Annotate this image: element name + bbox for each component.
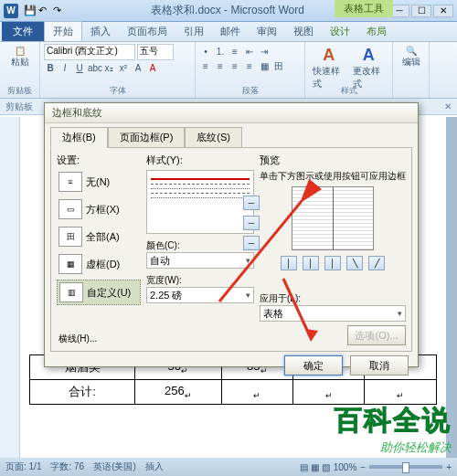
group-clipboard: 📋 粘贴 剪贴板 xyxy=(0,42,40,98)
apply-to-select[interactable]: 表格 xyxy=(260,305,406,322)
cancel-button[interactable]: 取消 xyxy=(350,355,409,376)
options-button: 选项(O)... xyxy=(347,325,406,345)
justify-icon[interactable]: ≡ xyxy=(243,60,256,73)
maximize-button[interactable]: ☐ xyxy=(411,5,431,17)
none-icon: ≡ xyxy=(58,172,82,192)
mid-h-border-button[interactable]: ─ xyxy=(243,216,260,230)
status-bar: 页面: 1/1 字数: 76 英语(美国) 插入 ▤ ▦ ▧ 100% − + xyxy=(0,458,457,476)
bullets-icon[interactable]: • xyxy=(199,46,212,58)
strike-icon[interactable]: abc xyxy=(88,62,101,75)
tab-references[interactable]: 引用 xyxy=(175,22,212,41)
title-bar: W 💾 ↶ ↷ 表格求和.docx - Microsoft Word 表格工具 … xyxy=(0,0,457,22)
tab-file[interactable]: 文件 xyxy=(2,22,44,41)
tab-insert[interactable]: 插入 xyxy=(82,22,119,41)
close-button[interactable]: ✕ xyxy=(433,5,453,17)
font-color-icon[interactable]: A xyxy=(146,62,159,75)
style-column: 样式(Y): 颜色(C): 自动 宽度(W): 2.25 磅 xyxy=(146,153,254,345)
align-center-icon[interactable]: ≡ xyxy=(214,60,227,73)
zoom-out-button[interactable]: − xyxy=(360,462,366,472)
font-name-select[interactable]: Calibri (西文正文) xyxy=(44,44,135,60)
close-pane-icon[interactable]: ✕ xyxy=(444,101,452,111)
preview-diagram[interactable] xyxy=(292,186,374,250)
width-select[interactable]: 2.25 磅 xyxy=(146,287,254,303)
status-insert[interactable]: 插入 xyxy=(145,460,164,473)
multilevel-icon[interactable]: ≡ xyxy=(228,46,241,58)
group-styles: A快速样式 A更改样式 样式 xyxy=(305,42,393,98)
group-editing: 🔍编辑 xyxy=(393,42,430,98)
zoom-slider[interactable] xyxy=(369,465,442,469)
word-app-icon: W xyxy=(4,4,18,18)
preview-box[interactable]: ─ ─ ─ │ │ │ ╲ ╱ xyxy=(260,186,406,287)
quick-access-toolbar[interactable]: 💾 ↶ ↷ xyxy=(24,5,66,17)
grid-icon: ▦ xyxy=(58,254,82,274)
indent-dec-icon[interactable]: ⇤ xyxy=(243,46,256,58)
table-row[interactable]: 合计: 256↵ ↵ ↵ ↵ xyxy=(30,380,437,405)
bottom-border-button[interactable]: ─ xyxy=(243,236,260,250)
tab-mailings[interactable]: 邮件 xyxy=(212,22,249,41)
tab-pagelayout[interactable]: 页面布局 xyxy=(119,22,175,41)
tab-page-border[interactable]: 页面边框(P) xyxy=(108,127,186,148)
vertical-ruler xyxy=(0,117,20,458)
indent-inc-icon[interactable]: ⇥ xyxy=(258,46,271,58)
diag2-border-button[interactable]: ╱ xyxy=(368,256,385,270)
setting-grid[interactable]: ▦虚框(D) xyxy=(57,252,141,276)
dialog-footer: 确定 取消 xyxy=(45,355,418,381)
dialog-body: 设置: ≡无(N) ▭方框(X) 田全部(A) ▦虚框(D) ▥自定义(U) 样… xyxy=(50,147,412,352)
view-buttons[interactable]: ▤ ▦ ▧ xyxy=(300,462,330,472)
tab-layout[interactable]: 布局 xyxy=(358,22,395,41)
all-icon: 田 xyxy=(58,227,82,247)
preview-column: 预览 单击下方图示或使用按钮可应用边框 ─ ─ ─ │ │ │ ╲ ╱ 应用于( xyxy=(260,153,406,345)
setting-custom[interactable]: ▥自定义(U) xyxy=(57,280,141,305)
tab-borders[interactable]: 边框(B) xyxy=(50,127,108,148)
status-words[interactable]: 字数: 76 xyxy=(50,460,84,473)
setting-none[interactable]: ≡无(N) xyxy=(57,170,141,194)
custom-icon: ▥ xyxy=(59,282,83,302)
group-font: Calibri (西文正文) 五号 B I U abc x₂ x² A A 字体 xyxy=(40,42,196,98)
top-border-button[interactable]: ─ xyxy=(243,196,260,210)
tab-shading[interactable]: 底纹(S) xyxy=(185,127,242,148)
tab-home[interactable]: 开始 xyxy=(44,21,82,41)
binoculars-icon: 🔍 xyxy=(406,46,417,56)
contextual-tab-label: 表格工具 xyxy=(335,0,393,17)
undo-icon[interactable]: ↶ xyxy=(38,5,51,17)
align-left-icon[interactable]: ≡ xyxy=(199,60,212,73)
underline-icon[interactable]: U xyxy=(73,62,86,75)
borders-shading-dialog: 边框和底纹 边框(B) 页面边框(P) 底纹(S) 设置: ≡无(N) ▭方框(… xyxy=(44,102,419,367)
status-language[interactable]: 英语(美国) xyxy=(93,460,136,473)
tab-review[interactable]: 审阅 xyxy=(249,22,285,41)
numbering-icon[interactable]: 1. xyxy=(214,46,227,58)
shading-icon[interactable]: ▦ xyxy=(258,60,271,73)
zoom-in-button[interactable]: + xyxy=(446,462,452,472)
tab-view[interactable]: 视图 xyxy=(285,22,322,41)
italic-icon[interactable]: I xyxy=(58,62,71,75)
setting-all[interactable]: 田全部(A) xyxy=(57,225,141,249)
save-icon[interactable]: 💾 xyxy=(24,5,37,17)
ok-button[interactable]: 确定 xyxy=(284,355,343,376)
borders-icon[interactable]: 田 xyxy=(272,60,285,73)
dialog-tabs: 边框(B) 页面边框(P) 底纹(S) xyxy=(45,123,418,148)
tab-design[interactable]: 设计 xyxy=(322,22,358,41)
zoom-level[interactable]: 100% xyxy=(334,462,357,472)
color-select[interactable]: 自动 xyxy=(146,252,254,269)
mid-v-border-button[interactable]: │ xyxy=(303,256,319,270)
dialog-title: 边框和底纹 xyxy=(45,103,418,123)
bold-icon[interactable]: B xyxy=(44,62,57,75)
left-border-button[interactable]: │ xyxy=(281,256,297,270)
setting-box[interactable]: ▭方框(X) xyxy=(57,197,141,221)
diag1-border-button[interactable]: ╲ xyxy=(346,256,363,270)
line-style-list[interactable] xyxy=(146,170,254,234)
superscript-icon[interactable]: x² xyxy=(117,62,130,75)
font-size-select[interactable]: 五号 xyxy=(137,44,174,60)
horizontal-line-link[interactable]: 横线(H)... xyxy=(58,333,97,345)
ribbon-tabs: 文件 开始 插入 页面布局 引用 邮件 审阅 视图 设计 布局 xyxy=(0,22,457,42)
ribbon: 📋 粘贴 剪贴板 Calibri (西文正文) 五号 B I U abc x₂ … xyxy=(0,42,457,99)
redo-icon[interactable]: ↷ xyxy=(53,5,66,17)
align-right-icon[interactable]: ≡ xyxy=(228,60,241,73)
subscript-icon[interactable]: x₂ xyxy=(102,62,115,75)
highlight-icon[interactable]: A xyxy=(132,62,144,75)
right-border-button[interactable]: │ xyxy=(324,256,341,270)
status-page[interactable]: 页面: 1/1 xyxy=(5,460,41,473)
find-button[interactable]: 🔍编辑 xyxy=(397,44,425,70)
box-icon: ▭ xyxy=(58,199,82,219)
paste-button[interactable]: 📋 粘贴 xyxy=(4,44,36,70)
